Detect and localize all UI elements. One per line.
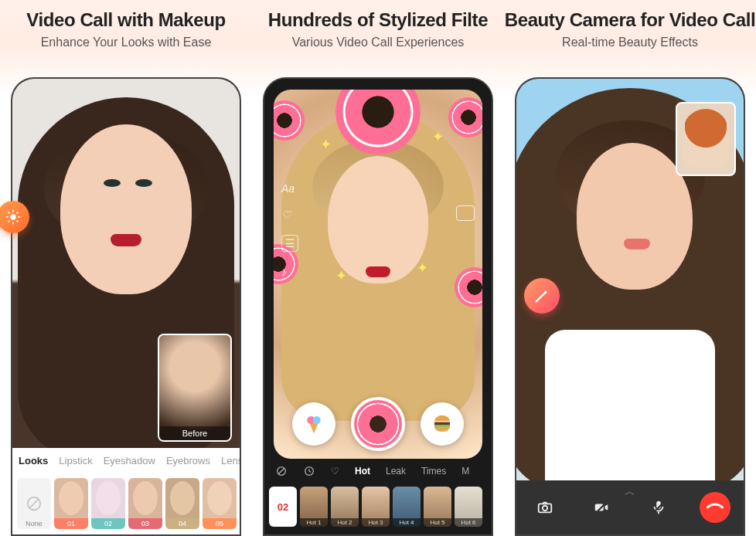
filter-preview: ✦ ✦ ✦ ✦ Aa ♡ ☰ ♪ (274, 90, 482, 459)
editor-side-tools: Aa ♡ ☰ ♪ (281, 182, 298, 278)
makeup-tabs: Looks Lipstick Eyeshadow Eyebrows Lens (12, 448, 240, 473)
tab-eyebrows[interactable]: Eyebrows (166, 455, 210, 466)
look-04[interactable]: 04 (165, 478, 199, 529)
tab-lens[interactable]: Lens (221, 455, 241, 466)
mic-off-icon (650, 499, 667, 516)
cat-m[interactable]: M (461, 466, 469, 477)
looks-thumbnails: None 01 02 03 04 05 (12, 473, 240, 534)
hot-5[interactable]: Hot 5 (424, 487, 451, 527)
music-icon[interactable]: ♪ (281, 266, 298, 278)
svg-point-2 (10, 214, 15, 219)
look-01[interactable]: 01 (54, 478, 88, 529)
wand-icon (533, 287, 550, 304)
panel3-title: Beauty Camera for Video Call (504, 0, 756, 31)
beauty-wand-button[interactable] (524, 278, 560, 314)
sticker-icon[interactable]: ☰ (281, 235, 298, 252)
svg-point-11 (543, 506, 547, 511)
svg-line-1 (29, 499, 39, 509)
call-controls: ︿ (516, 480, 744, 534)
before-preview[interactable]: Before (158, 334, 232, 442)
panel3-phone: ︿ (515, 77, 745, 536)
filter-icecream[interactable] (292, 402, 335, 446)
video-off-button[interactable] (586, 492, 617, 523)
video-off-icon (593, 499, 610, 516)
look-none[interactable]: None (17, 478, 51, 529)
cat-leak[interactable]: Leak (386, 466, 406, 477)
hot-2[interactable]: Hot 2 (331, 487, 359, 527)
icecream-icon (302, 412, 325, 436)
panel2-phone: ✦ ✦ ✦ ✦ Aa ♡ ☰ ♪ (263, 77, 493, 536)
none-icon[interactable] (275, 465, 288, 477)
donut-icon (274, 100, 305, 141)
svg-rect-5 (434, 422, 450, 426)
phone-icon (707, 499, 724, 516)
panel1-subtitle: Enhance Your Looks with Ease (0, 36, 252, 49)
look-02[interactable]: 02 (91, 478, 125, 529)
mic-off-button[interactable] (643, 492, 674, 523)
panel1-phone: Before Looks Lipstick Eyeshadow Eyebrows… (11, 77, 241, 536)
panel2-title: Hundreds of Stylized Filte (252, 0, 504, 31)
svg-line-8 (278, 468, 284, 474)
favorite-icon[interactable]: ♡ (331, 466, 339, 477)
panel2-subtitle: Various Video Call Experiences (252, 36, 504, 49)
screenshot-panel-2: Hundreds of Stylized Filte Various Video… (252, 0, 504, 536)
switch-camera-button[interactable] (530, 492, 560, 523)
filter-categories: ♡ Hot Leak Times M (264, 459, 492, 483)
filter-burger[interactable] (421, 402, 464, 446)
screenshot-panel-3: Beauty Camera for Video Call Real-time B… (504, 0, 756, 536)
history-icon[interactable] (303, 465, 315, 477)
panel1-title: Video Call with Makeup (0, 0, 252, 31)
hot-4[interactable]: Hot 4 (393, 487, 421, 527)
svg-rect-6 (434, 425, 450, 427)
end-call-button[interactable] (700, 492, 730, 523)
cat-times[interactable]: Times (421, 466, 446, 477)
filter-donut-selected[interactable] (351, 397, 405, 451)
screenshot-panel-1: Video Call with Makeup Enhance Your Look… (0, 0, 252, 536)
filter-carousel (274, 397, 482, 451)
cat-hot[interactable]: Hot (355, 466, 370, 477)
hot-date-badge[interactable]: 02 (269, 487, 297, 527)
before-label: Before (159, 426, 230, 440)
self-view-pip[interactable] (676, 102, 736, 176)
tab-looks[interactable]: Looks (19, 455, 48, 466)
hot-6[interactable]: Hot 6 (455, 487, 482, 527)
heart-icon[interactable]: ♡ (281, 209, 298, 221)
burger-icon (431, 412, 454, 436)
camera-flip-icon[interactable] (456, 205, 475, 221)
chevron-up-icon[interactable]: ︿ (625, 485, 635, 499)
svg-point-4 (313, 416, 321, 424)
tab-eyeshadow[interactable]: Eyeshadow (104, 455, 155, 466)
donut-icon (448, 97, 482, 137)
hot-3[interactable]: Hot 3 (362, 487, 390, 527)
gear-icon (5, 209, 22, 226)
hot-thumbnails: 02 Hot 1 Hot 2 Hot 3 Hot 4 Hot 5 Hot 6 (264, 483, 492, 534)
text-tool[interactable]: Aa (281, 182, 298, 195)
hot-1[interactable]: Hot 1 (300, 487, 328, 527)
look-05[interactable]: 05 (203, 478, 237, 529)
camera-icon (536, 499, 553, 516)
panel3-subtitle: Real-time Beauty Effects (504, 36, 756, 49)
tab-lipstick[interactable]: Lipstick (59, 455, 92, 466)
look-03[interactable]: 03 (128, 478, 162, 529)
